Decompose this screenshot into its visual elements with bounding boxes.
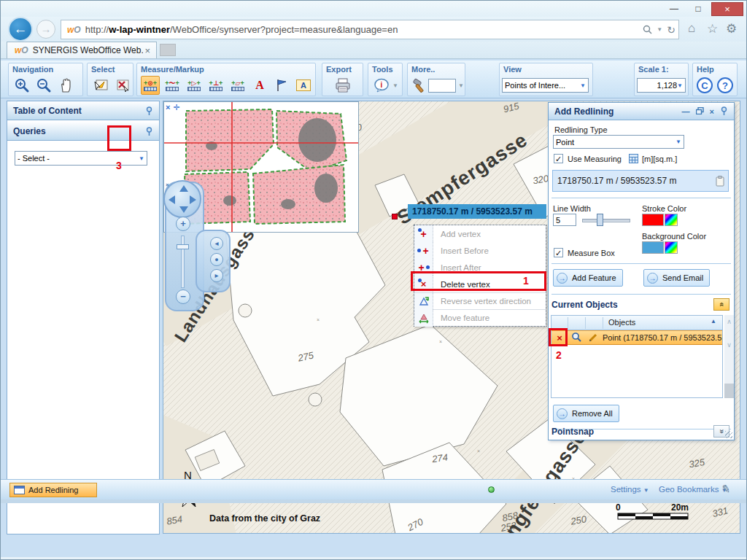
background-color-swatch[interactable] xyxy=(642,241,664,254)
pan-south-icon[interactable] xyxy=(179,206,188,213)
label-markup-icon[interactable]: A xyxy=(294,76,313,95)
zoom-out-button[interactable]: − xyxy=(176,289,190,304)
menu-item-move-feature[interactable]: Move feature xyxy=(414,309,546,326)
clear-selection-icon[interactable] xyxy=(113,76,132,95)
pan-east-icon[interactable] xyxy=(190,195,196,204)
measure-freehand-icon[interactable]: +▱+ xyxy=(228,76,247,95)
stroke-color-picker-icon[interactable] xyxy=(665,214,678,226)
menu-item-reverse-vertex-direction[interactable]: Reverse vertex direction xyxy=(414,292,546,309)
view-dropdown-caret[interactable]: ▼ xyxy=(580,82,586,89)
url-text[interactable]: http://w-lap-wintner/WebOffice/synserver… xyxy=(85,24,643,35)
more-dropdown-caret[interactable]: ▼ xyxy=(458,82,464,89)
hammer-tool-icon[interactable] xyxy=(411,76,426,95)
query-select-caret[interactable]: ▼ xyxy=(139,155,144,162)
back-button[interactable]: ← xyxy=(8,17,33,42)
navwidget-close-icon[interactable]: × xyxy=(166,182,169,188)
calculator-icon[interactable] xyxy=(629,154,638,165)
overview-move-icon[interactable]: ✛ xyxy=(173,103,179,112)
settings-gear-icon[interactable]: ⚙ xyxy=(726,21,737,36)
objects-table-header[interactable]: Objects ▲ xyxy=(551,316,722,330)
window-maximize-button[interactable]: □ xyxy=(687,2,709,16)
full-extent-button[interactable]: ● xyxy=(210,253,223,266)
menu-item-add-vertex[interactable]: + Add vertex xyxy=(414,225,546,242)
pan-hand-icon[interactable] xyxy=(56,76,75,95)
window-minimize-button[interactable]: — xyxy=(663,2,685,16)
copyright-button[interactable]: C xyxy=(697,77,713,93)
object-row[interactable]: × Point (1718750.17 m / 5953523.57 m) xyxy=(551,330,722,345)
refresh-icon[interactable]: ↻ xyxy=(667,24,676,36)
settings-menu[interactable]: Settings ▼ xyxy=(611,485,649,494)
overview-close-icon[interactable]: × xyxy=(166,103,170,112)
clipboard-icon[interactable] xyxy=(716,174,724,194)
panel-restore-icon[interactable] xyxy=(696,107,704,116)
line-width-slider-handle[interactable] xyxy=(597,214,603,226)
scroll-up-icon[interactable]: ∧ xyxy=(724,318,734,325)
edit-object-icon[interactable] xyxy=(585,332,603,343)
line-width-slider-track[interactable] xyxy=(582,219,630,222)
objects-scrollbar[interactable]: ∧ ∨ xyxy=(724,315,734,398)
measure-area-icon[interactable]: +▷+ xyxy=(185,76,204,95)
zoom-out-icon[interactable] xyxy=(34,76,53,95)
objects-column-header[interactable]: Objects xyxy=(608,318,635,327)
use-measuring-checkbox[interactable]: ✓ xyxy=(554,154,563,163)
geo-bookmarks-menu[interactable]: Geo Bookmarks ▼ xyxy=(659,485,727,494)
identify-tool-icon[interactable]: i xyxy=(372,76,391,95)
address-bar[interactable]: wO http://w-lap-wintner/WebOffice/synser… xyxy=(61,20,679,39)
pan-north-icon[interactable] xyxy=(179,185,188,192)
stroke-color-swatch[interactable] xyxy=(642,214,664,226)
title-bar[interactable]: — □ × xyxy=(1,1,747,17)
sort-ascending-icon[interactable]: ▲ xyxy=(711,318,716,324)
table-of-content-header[interactable]: Table of Content xyxy=(7,101,159,120)
zoom-in-icon[interactable] xyxy=(12,76,31,95)
background-color-picker-icon[interactable] xyxy=(665,241,678,254)
select-features-icon[interactable] xyxy=(91,76,110,95)
home-icon[interactable]: ⌂ xyxy=(688,21,695,36)
send-email-button[interactable]: → Send Email xyxy=(643,269,710,287)
remove-all-button[interactable]: → Remove All xyxy=(553,405,619,422)
measure-perpendicular-icon[interactable]: +⊥+ xyxy=(206,76,225,95)
panel-close-icon[interactable]: × xyxy=(710,107,714,116)
next-extent-button[interactable]: ▸ xyxy=(210,269,223,282)
scale-dropdown-caret[interactable]: ▼ xyxy=(677,82,683,89)
tab-close-icon[interactable]: × xyxy=(143,45,152,56)
redlining-panel-header[interactable]: Add Redlining — × xyxy=(549,103,734,120)
zoom-slider-track[interactable] xyxy=(181,236,185,288)
menu-item-insert-before[interactable]: + Insert Before xyxy=(414,242,546,259)
add-feature-button[interactable]: → Add Feature xyxy=(553,269,623,287)
measure-line-icon[interactable]: +〜+ xyxy=(163,76,182,95)
pan-west-icon[interactable] xyxy=(169,195,175,204)
pin-icon[interactable] xyxy=(145,127,153,136)
map-navigation-widget[interactable]: × + − ◂ ● ▸ xyxy=(163,180,233,314)
feather-edit-icon[interactable]: ✎ xyxy=(721,482,732,497)
print-icon[interactable] xyxy=(333,76,352,95)
help-button[interactable]: ? xyxy=(717,77,733,93)
taskbar-add-redlining-tab[interactable]: Add Redlining xyxy=(9,483,97,497)
tools-dropdown-caret[interactable]: ▼ xyxy=(392,82,398,89)
redlining-type-caret[interactable]: ▼ xyxy=(676,139,681,145)
zoom-slider-handle[interactable] xyxy=(177,244,189,249)
browser-tab[interactable]: wO SYNERGIS WebOffice Web... × xyxy=(7,42,157,58)
view-dropdown[interactable]: Points of Intere... ▼ xyxy=(502,78,589,93)
panel-resize-grip[interactable] xyxy=(725,431,732,438)
pin-icon[interactable] xyxy=(145,106,153,115)
more-tools-combobox[interactable] xyxy=(428,79,456,93)
panel-pin-icon[interactable] xyxy=(720,106,728,117)
zoom-in-button[interactable]: + xyxy=(176,217,190,231)
forward-button[interactable]: → xyxy=(36,20,55,39)
query-select-dropdown[interactable]: - Select - ▼ xyxy=(15,151,147,166)
queries-header[interactable]: Queries xyxy=(7,122,159,141)
panel-minimize-icon[interactable]: — xyxy=(682,107,690,116)
measure-point-icon[interactable]: +⊙+ xyxy=(141,76,160,95)
zoom-to-object-icon[interactable] xyxy=(568,332,585,343)
flag-markup-icon[interactable] xyxy=(272,76,291,95)
scroll-down-icon[interactable]: ∨ xyxy=(724,341,734,349)
search-dropdown-caret[interactable]: ▼ xyxy=(657,26,662,33)
measure-box-checkbox[interactable]: ✓ xyxy=(554,248,563,257)
new-tab-button[interactable] xyxy=(160,44,176,56)
text-markup-icon[interactable]: A xyxy=(250,76,269,95)
previous-extent-button[interactable]: ◂ xyxy=(210,237,223,250)
current-objects-collapse-button[interactable]: « xyxy=(713,298,729,311)
redlining-type-dropdown[interactable]: Point ▼ xyxy=(553,135,684,149)
favorites-star-icon[interactable]: ☆ xyxy=(707,21,718,36)
scale-dropdown[interactable]: 1,128 ▼ xyxy=(637,78,686,93)
